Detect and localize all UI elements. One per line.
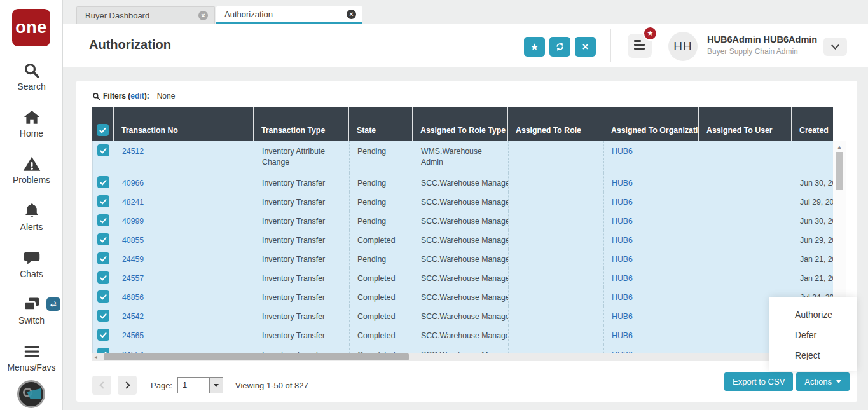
column-header-assigned-organization[interactable]: Assigned To Organization [603, 107, 698, 141]
row-checkbox[interactable] [97, 290, 109, 303]
column-header-created[interactable]: Created [791, 107, 833, 141]
tab-bar: Buyer Dashboard × Authorization × [76, 6, 362, 24]
next-page-button[interactable] [118, 376, 137, 395]
cell-transaction-no-link[interactable]: 40966 [122, 179, 144, 188]
cell-assigned-organization-link[interactable]: HUB6 [612, 274, 633, 283]
cell-assigned-organization-link[interactable]: HUB6 [612, 217, 633, 226]
cell-assigned-organization[interactable]: HUB6 [603, 141, 699, 173]
cell-assigned-organization-link[interactable]: HUB6 [612, 255, 633, 264]
sidebar-item-alerts[interactable]: Alerts [0, 202, 63, 232]
cell-assigned-organization-link[interactable]: HUB6 [612, 331, 633, 340]
page-number-select[interactable]: 1 [177, 377, 223, 393]
select-dropdown-arrow[interactable] [209, 378, 223, 393]
cell-assigned-organization[interactable]: HUB6 [603, 306, 699, 325]
actions-button[interactable]: Actions [796, 372, 850, 391]
menu-item-authorize[interactable]: Authorize [769, 304, 857, 325]
row-checkbox[interactable] [97, 310, 109, 322]
sidebar-item-menus-favs[interactable]: Menus/Favs [0, 342, 63, 372]
cell-transaction-no[interactable]: 24565 [114, 325, 254, 345]
row-checkbox[interactable] [97, 348, 109, 353]
horizontal-scrollbar[interactable]: ◄ [92, 353, 846, 361]
vertical-scroll-thumb[interactable] [836, 152, 843, 190]
favorite-button[interactable]: ★ [524, 37, 545, 57]
cell-transaction-no[interactable]: 48241 [114, 192, 254, 211]
cell-assigned-organization-link[interactable]: HUB6 [612, 179, 633, 188]
cell-transaction-no-link[interactable]: 24542 [122, 312, 144, 321]
menu-item-reject[interactable]: Reject [769, 345, 857, 366]
cell-transaction-no-link[interactable]: 24459 [122, 255, 144, 264]
cell-transaction-no[interactable]: 46856 [114, 287, 254, 306]
sidebar-item-chats[interactable]: Chats [0, 249, 63, 279]
cell-assigned-organization-link[interactable]: HUB6 [612, 198, 633, 207]
export-to-csv-button[interactable]: Export to CSV [724, 372, 793, 391]
cell-assigned-organization[interactable]: HUB6 [603, 211, 699, 230]
chat-icon [22, 249, 41, 268]
row-checkbox-cell [93, 249, 114, 268]
cell-transaction-no-link[interactable]: 40999 [122, 217, 144, 226]
cell-assigned-organization[interactable]: HUB6 [603, 287, 699, 306]
cell-transaction-no[interactable]: 24459 [114, 249, 254, 268]
cell-transaction-no-link[interactable]: 48241 [122, 198, 144, 207]
column-header-transaction-type[interactable]: Transaction Type [253, 107, 348, 141]
column-header-state[interactable]: State [348, 107, 412, 141]
sidebar-item-search[interactable]: Search [0, 61, 63, 92]
cell-assigned-organization[interactable]: HUB6 [603, 345, 699, 353]
refresh-button[interactable] [549, 37, 570, 57]
close-page-button[interactable]: × [575, 37, 596, 57]
cell-transaction-no-link[interactable]: 40855 [122, 236, 144, 245]
cell-transaction-no[interactable]: 40999 [114, 211, 254, 230]
column-header-assigned-user[interactable]: Assigned To User [698, 107, 791, 141]
select-all-checkbox[interactable] [97, 124, 109, 136]
cell-transaction-no-link[interactable]: 24512 [122, 147, 144, 156]
row-checkbox[interactable] [97, 329, 109, 341]
cell-assigned-organization-link[interactable]: HUB6 [612, 293, 633, 302]
close-tab-icon[interactable]: × [347, 10, 356, 19]
cell-assigned-organization[interactable]: HUB6 [603, 249, 699, 268]
menu-item-defer[interactable]: Defer [769, 325, 857, 345]
row-checkbox[interactable] [97, 195, 109, 207]
cell-assigned-organization[interactable]: HUB6 [603, 173, 699, 192]
cell-transaction-no[interactable]: 40855 [114, 230, 254, 249]
close-tab-icon[interactable]: × [198, 11, 208, 20]
user-avatar[interactable]: HH [668, 32, 698, 61]
cell-assigned-role [508, 249, 603, 268]
notifications-menu-button[interactable]: ★ [628, 34, 652, 58]
tab-authorization[interactable]: Authorization × [216, 6, 362, 24]
cell-assigned-organization[interactable]: HUB6 [603, 268, 699, 287]
row-checkbox[interactable] [97, 252, 109, 264]
column-header-assigned-role[interactable]: Assigned To Role [507, 107, 603, 141]
cell-assigned-organization-link[interactable]: HUB6 [612, 312, 633, 321]
row-checkbox[interactable] [97, 176, 109, 188]
sidebar-item-home[interactable]: Home [0, 108, 63, 139]
row-checkbox[interactable] [97, 271, 109, 284]
one-network-logo[interactable]: one [12, 9, 50, 46]
cell-transaction-no-link[interactable]: 24565 [122, 331, 144, 340]
cell-transaction-no[interactable]: 40966 [114, 173, 254, 192]
cell-transaction-no[interactable]: 24542 [114, 306, 254, 325]
cell-transaction-no-link[interactable]: 24557 [122, 274, 144, 283]
tab-buyer-dashboard[interactable]: Buyer Dashboard × [76, 6, 215, 24]
scroll-left-icon[interactable]: ◄ [93, 353, 98, 361]
row-checkbox[interactable] [97, 144, 109, 156]
previous-page-button[interactable] [92, 376, 111, 395]
cell-transaction-no[interactable]: 24554 [114, 345, 254, 353]
cell-transaction-no-link[interactable]: 46856 [122, 293, 144, 302]
cell-transaction-no[interactable]: 24512 [114, 141, 254, 173]
cell-transaction-no[interactable]: 24557 [114, 268, 254, 287]
scroll-up-icon[interactable]: ▲ [833, 141, 846, 150]
filters-edit-link[interactable]: edit [130, 92, 144, 100]
cell-assigned-organization[interactable]: HUB6 [603, 325, 699, 345]
horizontal-scroll-thumb[interactable] [104, 353, 409, 360]
user-menu-button[interactable] [823, 38, 847, 56]
cell-assigned-organization[interactable]: HUB6 [603, 192, 699, 211]
cell-assigned-organization-link[interactable]: HUB6 [612, 147, 633, 156]
row-checkbox[interactable] [97, 214, 109, 226]
company-avatar-logo[interactable] [17, 380, 45, 408]
switch-swap-badge[interactable]: ⇄ [46, 297, 60, 311]
column-header-transaction-no[interactable]: Transaction No [113, 107, 253, 141]
row-checkbox[interactable] [97, 233, 109, 245]
column-header-assigned-role-type[interactable]: Assigned To Role Type [412, 107, 507, 141]
sidebar-item-problems[interactable]: Problems [0, 154, 63, 185]
cell-assigned-organization-link[interactable]: HUB6 [612, 236, 633, 245]
cell-assigned-organization[interactable]: HUB6 [603, 230, 699, 249]
